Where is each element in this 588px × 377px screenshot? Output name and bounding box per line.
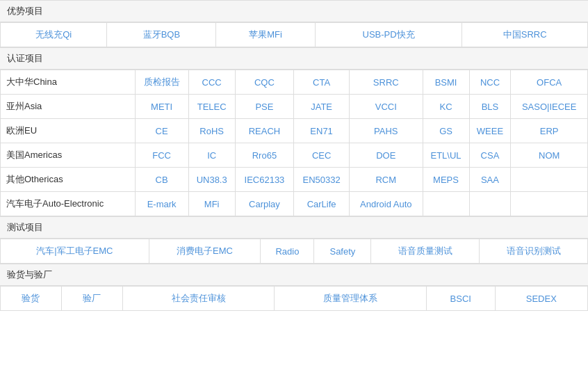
advantage-item-4[interactable]: USB-PD快充 (315, 23, 462, 47)
cert-asia-6[interactable]: KC (423, 95, 469, 119)
cert-eu-7[interactable]: WEEE (469, 119, 511, 143)
certification-title: 认证项目 (0, 47, 588, 70)
cert-asia-3[interactable]: PSE (235, 95, 293, 119)
cert-row-americas: 美国Americas FCC IC Rro65 CEC DOE ETL\UL C… (1, 143, 588, 168)
cert-label-other: 其他Othericas (1, 168, 136, 192)
cert-china-4[interactable]: CTA (294, 70, 350, 95)
cert-china-5[interactable]: SRRC (350, 70, 423, 95)
cert-row-asia: 亚州Asia METI TELEC PSE JATE VCCI KC BLS S… (1, 95, 588, 119)
cert-row-other: 其他Othericas CB UN38.3 IEC62133 EN50332 R… (1, 168, 588, 192)
cert-eu-5[interactable]: PAHS (350, 119, 423, 143)
inspection-item-4[interactable]: 质量管理体系 (275, 287, 427, 311)
cert-auto-5[interactable]: Android Auto (350, 192, 423, 216)
cert-china-2[interactable]: CCC (188, 70, 235, 95)
testing-section: 测试项目 汽车|军工电子EMC 消费电子EMC Radio Safety 语音质… (0, 216, 588, 264)
cert-eu-8[interactable]: ERP (511, 119, 588, 143)
cert-asia-7[interactable]: BLS (469, 95, 511, 119)
cert-eu-3[interactable]: REACH (235, 119, 293, 143)
inspection-title: 验货与验厂 (0, 264, 588, 286)
testing-item-3[interactable]: Radio (261, 239, 314, 264)
cert-eu-2[interactable]: RoHS (188, 119, 235, 143)
inspection-table: 验货 验厂 社会责任审核 质量管理体系 BSCI SEDEX (0, 286, 588, 311)
cert-label-china: 大中华China (1, 70, 136, 95)
inspection-item-6[interactable]: SEDEX (495, 287, 587, 311)
advantage-item-5[interactable]: 中国SRRC (462, 23, 588, 47)
cert-auto-4[interactable]: CarLife (294, 192, 350, 216)
cert-eu-6[interactable]: GS (423, 119, 469, 143)
cert-auto-7 (469, 192, 511, 216)
cert-asia-5[interactable]: VCCI (350, 95, 423, 119)
cert-row-auto: 汽车电子Auto-Electronic E-mark MFi Carplay C… (1, 192, 588, 216)
cert-asia-8[interactable]: SASO|IECEE (511, 95, 588, 119)
inspection-item-5[interactable]: BSCI (426, 287, 495, 311)
advantage-item-3[interactable]: 苹果MFi (216, 23, 315, 47)
cert-other-6[interactable]: MEPS (423, 168, 469, 192)
cert-auto-3[interactable]: Carplay (235, 192, 293, 216)
testing-item-4[interactable]: Safety (314, 239, 371, 264)
cert-americas-4[interactable]: CEC (294, 143, 350, 168)
cert-other-1[interactable]: CB (135, 168, 188, 192)
cert-eu-4[interactable]: EN71 (294, 119, 350, 143)
cert-asia-2[interactable]: TELEC (188, 95, 235, 119)
testing-row: 汽车|军工电子EMC 消费电子EMC Radio Safety 语音质量测试 语… (1, 239, 588, 264)
cert-auto-1[interactable]: E-mark (135, 192, 188, 216)
certification-table: 大中华China 质检报告 CCC CQC CTA SRRC BSMI NCC … (0, 70, 588, 216)
inspection-item-2[interactable]: 验厂 (61, 287, 122, 311)
cert-asia-4[interactable]: JATE (294, 95, 350, 119)
inspection-row: 验货 验厂 社会责任审核 质量管理体系 BSCI SEDEX (1, 287, 588, 311)
advantage-row: 无线充Qi 蓝牙BQB 苹果MFi USB-PD快充 中国SRRC (1, 23, 588, 47)
cert-americas-5[interactable]: DOE (350, 143, 423, 168)
cert-label-auto: 汽车电子Auto-Electronic (1, 192, 136, 216)
cert-auto-2[interactable]: MFi (188, 192, 235, 216)
cert-row-eu: 欧洲EU CE RoHS REACH EN71 PAHS GS WEEE ERP (1, 119, 588, 143)
cert-other-3[interactable]: IEC62133 (235, 168, 293, 192)
advantage-item-2[interactable]: 蓝牙BQB (107, 23, 216, 47)
inspection-item-1[interactable]: 验货 (1, 287, 62, 311)
cert-other-5[interactable]: RCM (350, 168, 423, 192)
cert-china-1[interactable]: 质检报告 (135, 70, 188, 95)
cert-americas-8[interactable]: NOM (511, 143, 588, 168)
inspection-item-3[interactable]: 社会责任审核 (122, 287, 275, 311)
testing-item-6[interactable]: 语音识别测试 (480, 239, 588, 264)
cert-china-3[interactable]: CQC (235, 70, 293, 95)
testing-item-2[interactable]: 消费电子EMC (149, 239, 261, 264)
testing-title: 测试项目 (0, 216, 588, 239)
cert-other-4[interactable]: EN50332 (294, 168, 350, 192)
advantage-table: 无线充Qi 蓝牙BQB 苹果MFi USB-PD快充 中国SRRC (0, 22, 588, 47)
cert-americas-1[interactable]: FCC (135, 143, 188, 168)
cert-auto-8 (511, 192, 588, 216)
cert-other-8 (511, 168, 588, 192)
cert-label-asia: 亚州Asia (1, 95, 136, 119)
inspection-section: 验货与验厂 验货 验厂 社会责任审核 质量管理体系 BSCI SEDEX (0, 264, 588, 311)
testing-item-1[interactable]: 汽车|军工电子EMC (1, 239, 149, 264)
cert-asia-1[interactable]: METI (135, 95, 188, 119)
cert-label-eu: 欧洲EU (1, 119, 136, 143)
cert-other-7[interactable]: SAA (469, 168, 511, 192)
cert-americas-2[interactable]: IC (188, 143, 235, 168)
cert-china-6[interactable]: BSMI (423, 70, 469, 95)
cert-row-china: 大中华China 质检报告 CCC CQC CTA SRRC BSMI NCC … (1, 70, 588, 95)
advantage-title: 优势项目 (0, 0, 588, 22)
cert-auto-6 (423, 192, 469, 216)
cert-eu-1[interactable]: CE (135, 119, 188, 143)
advantage-item-1[interactable]: 无线充Qi (1, 23, 107, 47)
testing-table: 汽车|军工电子EMC 消费电子EMC Radio Safety 语音质量测试 语… (0, 239, 588, 264)
cert-other-2[interactable]: UN38.3 (188, 168, 235, 192)
cert-americas-6[interactable]: ETL\UL (423, 143, 469, 168)
cert-americas-3[interactable]: Rro65 (235, 143, 293, 168)
cert-china-8[interactable]: OFCA (511, 70, 588, 95)
testing-item-5[interactable]: 语音质量测试 (371, 239, 480, 264)
cert-americas-7[interactable]: CSA (469, 143, 511, 168)
cert-label-americas: 美国Americas (1, 143, 136, 168)
certification-section: 认证项目 大中华China 质检报告 CCC CQC CTA SRRC BSMI… (0, 47, 588, 216)
advantage-section: 优势项目 无线充Qi 蓝牙BQB 苹果MFi USB-PD快充 中国SRRC (0, 0, 588, 47)
cert-china-7[interactable]: NCC (469, 70, 511, 95)
